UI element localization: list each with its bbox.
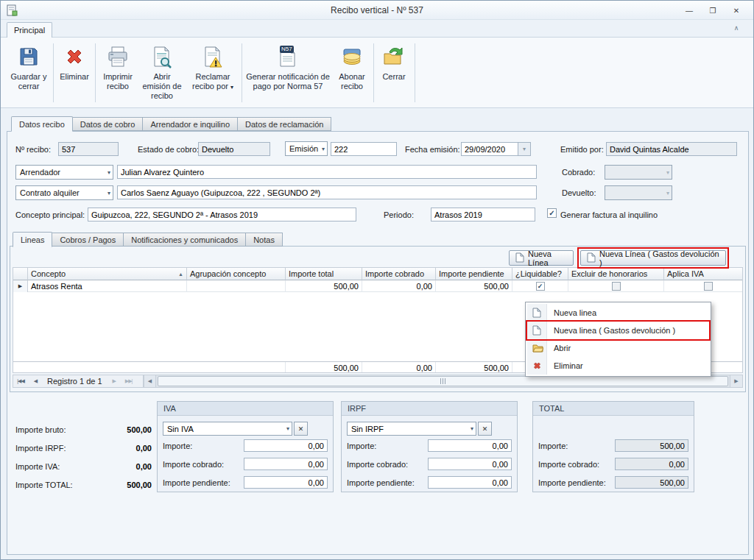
iva-clear-button[interactable]: ✕ [294,422,308,436]
iva-select[interactable]: Sin IVA ▾ [163,422,292,436]
grid-row-atrasos-renta[interactable]: ▶ Atrasos Renta 500,00 0,00 500,00 ✓ [13,280,742,292]
fecha-emision-value[interactable]: 29/09/2020 [461,142,518,156]
calendar-dropdown-icon[interactable]: ▾ [518,142,531,156]
contrato-combo-label: Contrato alquiler [20,188,80,197]
menu-item-label: Eliminar [554,361,583,370]
minimize-icon: — [686,7,693,15]
totals-importe-pendiente: 500,00 [436,362,512,373]
claim-receipt-button[interactable]: Reclamar recibo por ▾ [186,40,239,105]
horizontal-scrollbar[interactable]: ◀ ▶ [143,375,742,387]
iva-importe-field[interactable]: 0,00 [244,439,328,452]
irpf-select[interactable]: Sin IRPF ▾ [347,422,476,436]
scrollbar-thumb[interactable] [158,376,728,386]
cell-importe-cobrado: 0,00 [362,280,436,292]
menu-item-label: Nueva linea ( Gastos devolución ) [554,326,675,335]
credit-receipt-label: Abonar recibo [333,72,371,91]
menu-item-eliminar[interactable]: Eliminar [527,357,709,375]
close-form-button[interactable]: Cerrar [376,40,412,105]
new-document-icon [587,252,596,264]
arrendador-field[interactable]: Julian Alvarez Quintero [117,165,537,179]
grid-header-concepto[interactable]: Concepto ▲ [28,268,187,280]
irpf-importe-field[interactable]: 0,00 [428,439,512,452]
excluir-checkbox[interactable] [612,282,621,291]
grid-header-liquidable[interactable]: ¿Liquidable? [512,268,568,280]
grid-header-excluir[interactable]: Excluir de honorarios [568,268,664,280]
importe-irpf-label: Importe IRPF: [15,444,66,453]
nav-first-button[interactable]: |◀◀ [13,378,28,384]
menu-item-abrir[interactable]: Abrir [527,339,709,357]
grid-header-aplica-iva[interactable]: Aplica IVA [664,268,743,280]
scroll-right-icon[interactable]: ▶ [730,375,742,387]
tab-datos-recibo[interactable]: Datos recibo [11,116,73,132]
minimize-button[interactable]: — [680,4,699,17]
irpf-clear-button[interactable]: ✕ [478,422,492,436]
tab-datos-cobro[interactable]: Datos de cobro [73,117,144,131]
importe-bruto-value: 500,00 [103,425,152,434]
grid-header-importe-pendiente[interactable]: Importe pendiente [436,268,512,280]
title-bar: Recibo vertical - Nº 537 — ❐ ✕ [1,1,753,20]
generar-factura-checkbox[interactable]: ✓ [547,208,557,218]
tab-cobros-pagos[interactable]: Cobros / Pagos [52,233,124,247]
irpf-cobrado-field[interactable]: 0,00 [428,458,512,470]
scrollbar-track[interactable] [156,375,730,387]
grid-header-agrupacion[interactable]: Agrupación concepto [187,268,286,280]
nav-prev-button[interactable]: ◀ [28,378,43,384]
irpf-cobrado-label: Importe cobrado: [347,460,408,469]
open-emission-button[interactable]: Abrir emisión de recibo [139,40,185,105]
grid-header-importe-cobrado[interactable]: Importe cobrado [362,268,436,280]
delete-button[interactable]: Eliminar [56,40,93,105]
periodo-field[interactable]: Atrasos 2019 [431,208,535,221]
nav-next-button[interactable]: ▶ [107,378,121,384]
tab-lineas[interactable]: Lineas [13,232,52,247]
tab-label: Arrendador e inquilino [150,120,230,129]
emision-combo[interactable]: Emisión ▾ [285,141,328,156]
fecha-emision-field[interactable]: 29/09/2020 ▾ [461,142,531,156]
menu-item-nueva-linea[interactable]: Nueva linea [527,304,709,322]
iva-pendiente-label: Importe pendiente: [163,478,230,487]
arrendador-combo[interactable]: Arrendador ▾ [15,165,113,180]
irpf-pendiente-field[interactable]: 0,00 [428,476,512,489]
print-receipt-button[interactable]: Imprimir recibo [98,40,138,105]
dropdown-arrow-icon: ▾ [108,169,110,176]
iva-cobrado-field[interactable]: 0,00 [244,458,328,470]
num-recibo-field[interactable]: 537 [58,142,119,156]
scroll-left-icon[interactable]: ◀ [144,375,156,387]
emitido-por-field[interactable]: David Quintas Alcalde [606,142,737,156]
liquidable-checkbox[interactable]: ✓ [536,282,545,291]
tab-notas[interactable]: Notas [246,233,283,247]
ribbon-tab-principal[interactable]: Principal [7,22,52,38]
close-button[interactable]: ✕ [727,4,746,17]
grid-header-importe-total[interactable]: Importe total [286,268,362,280]
nueva-linea-label: Nueva Línea [528,249,567,267]
nav-last-button[interactable]: ▶▶| [121,378,136,384]
tab-notificaciones[interactable]: Notificaciones y comunicados [124,233,246,247]
emitido-por-label: Emitido por: [560,145,604,154]
tab-datos-reclamacion[interactable]: Datos de reclamación [238,117,331,131]
credit-receipt-button[interactable]: Abonar recibo [332,40,372,105]
emision-num-field[interactable]: 222 [331,142,397,156]
estado-cobro-field[interactable]: Devuelto [198,142,270,156]
new-document-icon [515,252,524,264]
maximize-button[interactable]: ❐ [703,4,722,17]
collapse-ribbon-button[interactable]: ∧ [730,24,743,35]
dropdown-arrow-icon: ▾ [286,425,289,432]
concepto-principal-field[interactable]: Guipuzcoa, 222, SEGUNDO 2ª - Atrasos 201… [88,208,356,221]
nueva-linea-gastos-button[interactable]: Nueva Línea ( Gastos devolución ) [580,250,726,266]
norma57-label: Generar notificación de pago por Norma 5… [245,72,331,91]
check-icon: ✓ [549,209,554,217]
importe-irpf-value: 0,00 [103,444,152,453]
aplica-iva-checkbox[interactable] [704,282,713,291]
grid-header-row: Concepto ▲ Agrupación concepto Importe t… [13,268,742,280]
document-warning-icon [200,44,225,69]
norma57-notification-button[interactable]: N57 Generar notificación de pago por Nor… [244,40,331,105]
nueva-linea-button[interactable]: Nueva Línea [509,250,574,266]
tab-arrendador-inquilino[interactable]: Arrendador e inquilino [143,117,238,131]
menu-item-nueva-linea-gastos[interactable]: Nueva linea ( Gastos devolución ) [527,322,709,339]
check-icon: ✓ [538,283,543,290]
contrato-combo[interactable]: Contrato alquiler ▾ [15,185,113,200]
contrato-field[interactable]: Carlos Saenz Aguayo (Guipuzcoa, 222 , SE… [117,185,537,199]
iva-pendiente-field[interactable]: 0,00 [244,476,328,489]
tab-label: Notificaciones y comunicados [131,235,238,244]
dropdown-arrow-icon: ▾ [108,190,110,196]
save-close-button[interactable]: Guardar y cerrar [7,40,51,105]
